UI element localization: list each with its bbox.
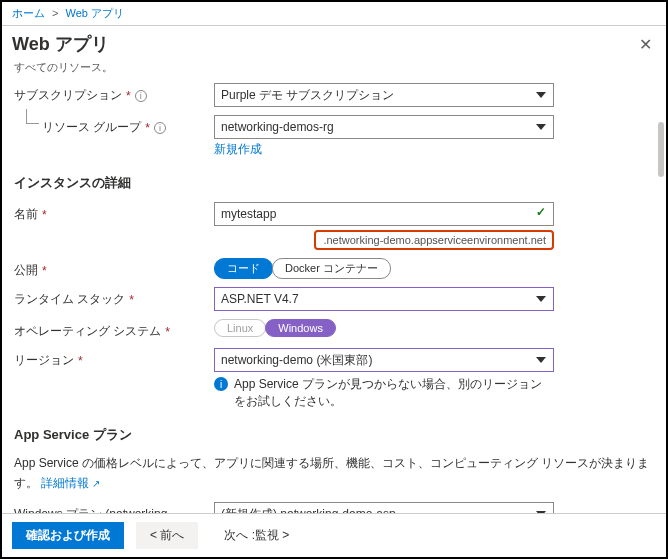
resource-group-select[interactable]: networking-demos-rg: [214, 115, 554, 139]
os-linux-pill[interactable]: Linux: [214, 319, 266, 337]
scrollbar-thumb[interactable]: [658, 122, 664, 177]
name-label: 名前*: [14, 202, 214, 223]
region-select[interactable]: networking-demo (米国東部): [214, 348, 554, 372]
review-create-button[interactable]: 確認および作成: [12, 522, 124, 549]
name-input[interactable]: mytestapp: [214, 202, 554, 226]
breadcrumb: ホーム > Web アプリ: [2, 2, 666, 26]
create-new-rg-link[interactable]: 新規作成: [214, 141, 262, 158]
publish-code-pill[interactable]: コード: [214, 258, 273, 279]
os-label: オペレーティング システム*: [14, 319, 214, 340]
scrollbar-track[interactable]: [656, 42, 664, 512]
next-button[interactable]: 次へ :監視 >: [210, 522, 303, 549]
subscription-label: サブスクリプション* i: [14, 83, 214, 104]
breadcrumb-current[interactable]: Web アプリ: [66, 7, 124, 19]
subscription-select[interactable]: Purple デモ サブスクリプション: [214, 83, 554, 107]
publish-docker-pill[interactable]: Docker コンテナー: [272, 258, 391, 279]
runtime-select[interactable]: ASP.NET V4.7: [214, 287, 554, 311]
instance-section-title: インスタンスの詳細: [14, 174, 654, 192]
plan-section-title: App Service プラン: [14, 426, 654, 444]
page-title: Web アプリ: [12, 32, 109, 56]
info-icon[interactable]: i: [135, 90, 147, 102]
breadcrumb-sep: >: [52, 7, 58, 19]
prev-button[interactable]: < 前へ: [136, 522, 198, 549]
info-icon[interactable]: i: [154, 122, 166, 134]
region-info-text: App Service プランが見つからない場合、別のリージョンをお試しください…: [234, 376, 554, 410]
domain-suffix-highlight: .networking-demo.appserviceenvironment.n…: [314, 230, 554, 250]
partial-text: すべてのリソース。: [14, 60, 654, 75]
plan-section-desc: App Service の価格レベルによって、アプリに関連する場所、機能、コスト…: [14, 454, 654, 492]
resource-group-label: リソース グループ* i: [14, 115, 214, 136]
region-label: リージョン*: [14, 348, 214, 369]
runtime-label: ランタイム スタック*: [14, 287, 214, 308]
publish-label: 公開*: [14, 258, 214, 279]
info-icon: i: [214, 377, 228, 391]
plan-details-link[interactable]: 詳細情報: [41, 474, 100, 492]
os-windows-pill[interactable]: Windows: [265, 319, 336, 337]
breadcrumb-home[interactable]: ホーム: [12, 7, 45, 19]
close-icon[interactable]: ✕: [635, 35, 656, 54]
